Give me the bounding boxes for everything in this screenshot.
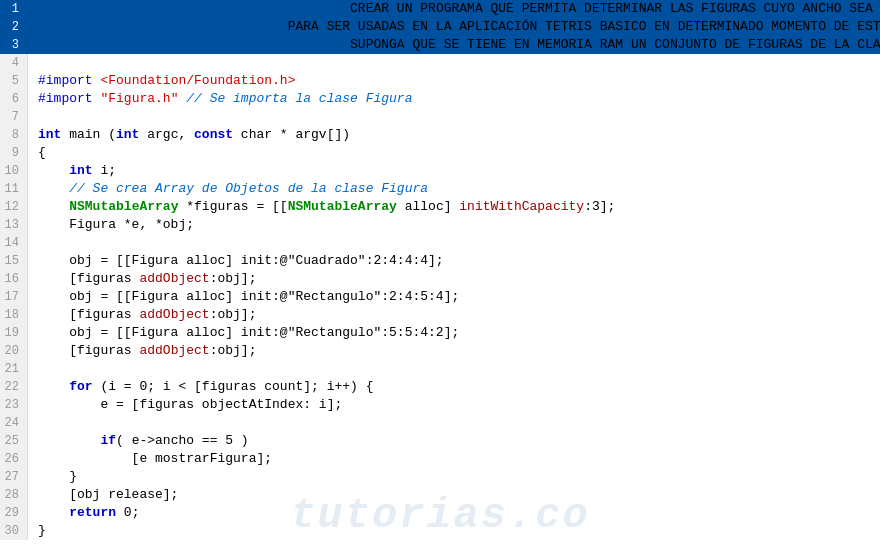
line-content: [figuras addObject:obj]; bbox=[28, 342, 880, 360]
line-content: SUPONGA QUE SE TIENE EN MEMORIA RAM UN C… bbox=[28, 36, 880, 54]
line-content: for (i = 0; i < [figuras count]; i++) { bbox=[28, 378, 880, 396]
line-content bbox=[28, 54, 880, 72]
line-number: 15 bbox=[0, 252, 28, 270]
line-number: 13 bbox=[0, 216, 28, 234]
line-content bbox=[28, 108, 880, 126]
code-line-29: 29 return 0; bbox=[0, 504, 880, 522]
line-content: CREAR UN PROGRAMA QUE PERMITA DETERMINAR… bbox=[28, 0, 880, 18]
line-content: // Se crea Array de Objetos de la clase … bbox=[28, 180, 880, 198]
line-content: e = [figuras objectAtIndex: i]; bbox=[28, 396, 880, 414]
line-number: 17 bbox=[0, 288, 28, 306]
code-line-24: 24 bbox=[0, 414, 880, 432]
line-content: int i; bbox=[28, 162, 880, 180]
line-content: [e mostrarFigura]; bbox=[28, 450, 880, 468]
line-content: [obj release]; bbox=[28, 486, 880, 504]
code-line-6: 6#import "Figura.h" // Se importa la cla… bbox=[0, 90, 880, 108]
code-line-3: 3 SUPONGA QUE SE TIENE EN MEMORIA RAM UN… bbox=[0, 36, 880, 54]
line-number: 7 bbox=[0, 108, 28, 126]
code-line-23: 23 e = [figuras objectAtIndex: i]; bbox=[0, 396, 880, 414]
code-line-21: 21 bbox=[0, 360, 880, 378]
line-content: } bbox=[28, 468, 880, 486]
line-content: { bbox=[28, 144, 880, 162]
line-number: 3 bbox=[0, 36, 28, 54]
line-number: 14 bbox=[0, 234, 28, 252]
line-number: 21 bbox=[0, 360, 28, 378]
line-content: obj = [[Figura alloc] init:@"Cuadrado":2… bbox=[28, 252, 880, 270]
line-number: 10 bbox=[0, 162, 28, 180]
line-content: PARA SER USADAS EN LA APLICACIÓN TETRIS … bbox=[28, 18, 880, 36]
line-content bbox=[28, 360, 880, 378]
line-number: 19 bbox=[0, 324, 28, 342]
line-number: 27 bbox=[0, 468, 28, 486]
code-line-20: 20 [figuras addObject:obj]; bbox=[0, 342, 880, 360]
line-number: 23 bbox=[0, 396, 28, 414]
code-line-8: 8int main (int argc, const char * argv[]… bbox=[0, 126, 880, 144]
lines-container: 1 CREAR UN PROGRAMA QUE PERMITA DETERMIN… bbox=[0, 0, 880, 540]
code-line-30: 30} bbox=[0, 522, 880, 540]
code-line-11: 11 // Se crea Array de Objetos de la cla… bbox=[0, 180, 880, 198]
line-content: Figura *e, *obj; bbox=[28, 216, 880, 234]
line-number: 22 bbox=[0, 378, 28, 396]
line-number: 5 bbox=[0, 72, 28, 90]
line-number: 9 bbox=[0, 144, 28, 162]
line-content: [figuras addObject:obj]; bbox=[28, 306, 880, 324]
code-line-22: 22 for (i = 0; i < [figuras count]; i++)… bbox=[0, 378, 880, 396]
line-content bbox=[28, 414, 880, 432]
code-line-5: 5#import <Foundation/Foundation.h> bbox=[0, 72, 880, 90]
code-line-25: 25 if( e->ancho == 5 ) bbox=[0, 432, 880, 450]
line-number: 29 bbox=[0, 504, 28, 522]
code-line-4: 4 bbox=[0, 54, 880, 72]
code-line-26: 26 [e mostrarFigura]; bbox=[0, 450, 880, 468]
line-content: [figuras addObject:obj]; bbox=[28, 270, 880, 288]
code-line-7: 7 bbox=[0, 108, 880, 126]
line-content: obj = [[Figura alloc] init:@"Rectangulo"… bbox=[28, 324, 880, 342]
line-content: obj = [[Figura alloc] init:@"Rectangulo"… bbox=[28, 288, 880, 306]
line-content: return 0; bbox=[28, 504, 880, 522]
line-number: 12 bbox=[0, 198, 28, 216]
code-line-27: 27 } bbox=[0, 468, 880, 486]
code-editor: 1 CREAR UN PROGRAMA QUE PERMITA DETERMIN… bbox=[0, 0, 880, 560]
code-line-17: 17 obj = [[Figura alloc] init:@"Rectangu… bbox=[0, 288, 880, 306]
line-number: 24 bbox=[0, 414, 28, 432]
code-line-15: 15 obj = [[Figura alloc] init:@"Cuadrado… bbox=[0, 252, 880, 270]
line-number: 26 bbox=[0, 450, 28, 468]
line-content: if( e->ancho == 5 ) bbox=[28, 432, 880, 450]
line-number: 20 bbox=[0, 342, 28, 360]
code-line-9: 9{ bbox=[0, 144, 880, 162]
line-number: 4 bbox=[0, 54, 28, 72]
code-line-2: 2 PARA SER USADAS EN LA APLICACIÓN TETRI… bbox=[0, 18, 880, 36]
line-number: 6 bbox=[0, 90, 28, 108]
code-line-13: 13 Figura *e, *obj; bbox=[0, 216, 880, 234]
code-line-28: 28 [obj release]; bbox=[0, 486, 880, 504]
code-line-10: 10 int i; bbox=[0, 162, 880, 180]
line-number: 25 bbox=[0, 432, 28, 450]
line-number: 2 bbox=[0, 18, 28, 36]
line-number: 28 bbox=[0, 486, 28, 504]
code-line-1: 1 CREAR UN PROGRAMA QUE PERMITA DETERMIN… bbox=[0, 0, 880, 18]
line-content: } bbox=[28, 522, 880, 540]
line-number: 1 bbox=[0, 0, 28, 18]
code-line-14: 14 bbox=[0, 234, 880, 252]
line-content: NSMutableArray *figuras = [[NSMutableArr… bbox=[28, 198, 880, 216]
line-content bbox=[28, 234, 880, 252]
line-number: 8 bbox=[0, 126, 28, 144]
line-number: 11 bbox=[0, 180, 28, 198]
line-number: 16 bbox=[0, 270, 28, 288]
code-line-18: 18 [figuras addObject:obj]; bbox=[0, 306, 880, 324]
line-content: #import <Foundation/Foundation.h> bbox=[28, 72, 880, 90]
code-line-19: 19 obj = [[Figura alloc] init:@"Rectangu… bbox=[0, 324, 880, 342]
line-content: int main (int argc, const char * argv[]) bbox=[28, 126, 880, 144]
code-line-16: 16 [figuras addObject:obj]; bbox=[0, 270, 880, 288]
line-number: 30 bbox=[0, 522, 28, 540]
line-content: #import "Figura.h" // Se importa la clas… bbox=[28, 90, 880, 108]
code-line-12: 12 NSMutableArray *figuras = [[NSMutable… bbox=[0, 198, 880, 216]
line-number: 18 bbox=[0, 306, 28, 324]
